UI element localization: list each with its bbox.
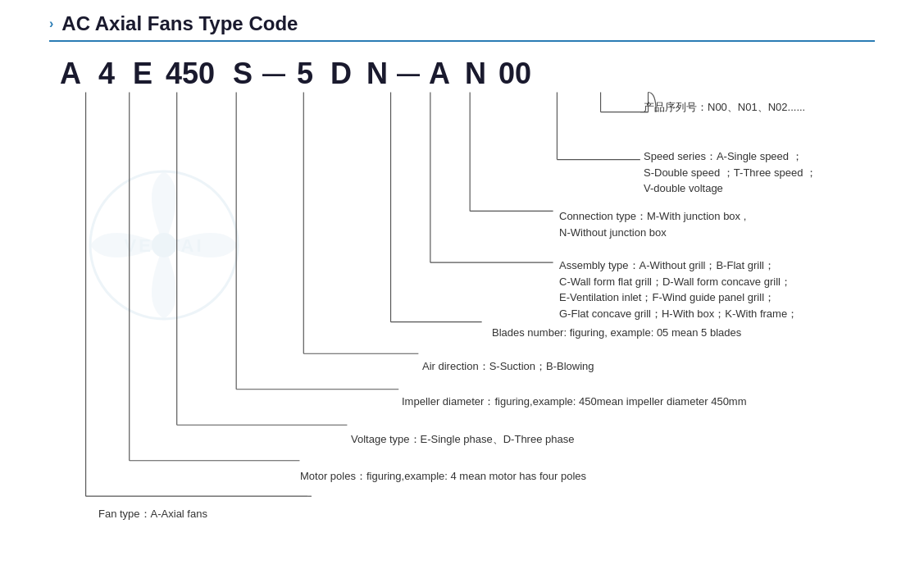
- fan-type-label: Fan type：A-Axial fans: [98, 506, 207, 522]
- code-N2: N: [462, 57, 489, 91]
- code-row: A 4 E 450 S — 5 D N — A N 00: [57, 57, 531, 91]
- assembly-type-label: Assembly type：A-Without grill；B-Flat gri…: [559, 257, 798, 321]
- motor-poles-label: Motor poles：figuring,example: 4 mean mot…: [300, 468, 586, 485]
- code-D: D: [328, 57, 354, 91]
- impeller-diameter-label: Impeller diameter：figuring,example: 450m…: [402, 394, 747, 410]
- code-A: A: [57, 57, 84, 91]
- product-series-label: 产品序列号：N00、N01、N02......: [644, 99, 805, 116]
- speed-series-label: Speed series：A-Single speed ； S-Double s…: [644, 148, 817, 197]
- title-section: › AC Axial Fans Type Code: [49, 12, 875, 35]
- page-container: › AC Axial Fans Type Code VENTAI: [0, 0, 924, 583]
- code-dash1: —: [262, 61, 285, 87]
- code-S: S: [230, 57, 256, 91]
- code-N: N: [364, 57, 390, 91]
- chevron-icon: ›: [49, 16, 53, 31]
- code-4: 4: [93, 57, 120, 91]
- air-direction-label: Air direction：S-Suction；B-Blowing: [422, 358, 594, 375]
- diagram-area: VENTAI: [49, 57, 875, 524]
- connection-type-label: Connection type：M-With junction box , N-…: [559, 208, 746, 240]
- voltage-type-label: Voltage type：E-Single phase、D-Three phas…: [351, 431, 574, 448]
- code-A2: A: [426, 57, 453, 91]
- code-00: 00: [498, 57, 531, 91]
- code-450: 450: [166, 57, 215, 91]
- page-title: AC Axial Fans Type Code: [61, 12, 298, 35]
- code-dash2: —: [397, 61, 420, 87]
- code-E: E: [130, 57, 156, 91]
- code-5: 5: [292, 57, 318, 91]
- blades-number-label: Blades number: figuring, example: 05 mea…: [492, 325, 741, 341]
- title-divider: [49, 40, 875, 42]
